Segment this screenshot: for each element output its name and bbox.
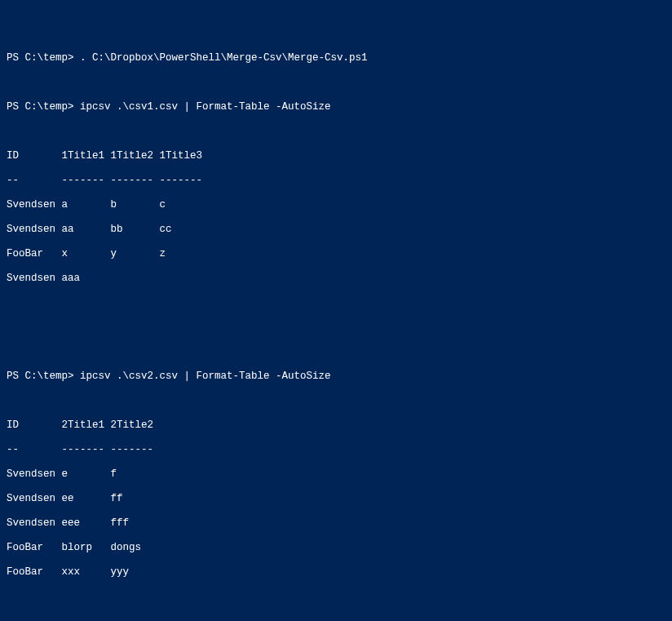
table1-sep: -- ------- ------- ------- bbox=[7, 175, 665, 187]
command-line-3[interactable]: PS C:\temp> ipcsv .\csv2.csv | Format-Ta… bbox=[7, 370, 665, 383]
blank bbox=[7, 77, 665, 89]
table1-header: ID 1Title1 1Title2 1Title3 bbox=[7, 150, 665, 162]
table-row: Svendsen aaa bbox=[7, 273, 665, 285]
prompt: PS C:\temp> bbox=[7, 52, 74, 64]
command-text: . C:\Dropbox\PowerShell\Merge-Csv\Merge-… bbox=[80, 52, 368, 64]
blank bbox=[7, 395, 665, 407]
command-line-2[interactable]: PS C:\temp> ipcsv .\csv1.csv | Format-Ta… bbox=[7, 101, 665, 113]
table-row: Svendsen ee ff bbox=[7, 493, 665, 505]
blank bbox=[7, 615, 665, 621]
command-line-1[interactable]: PS C:\temp> . C:\Dropbox\PowerShell\Merg… bbox=[7, 52, 665, 64]
prompt: PS C:\temp> bbox=[7, 101, 74, 113]
table2-header: ID 2Title1 2Title2 bbox=[7, 419, 665, 432]
table-row: FooBar xxx yyy bbox=[7, 566, 665, 579]
blank bbox=[7, 591, 665, 603]
blank bbox=[7, 297, 665, 309]
table-row: Svendsen e f bbox=[7, 468, 665, 481]
blank bbox=[7, 346, 665, 358]
blank bbox=[7, 126, 665, 138]
table2-sep: -- ------- ------- bbox=[7, 444, 665, 456]
table-row: FooBar blorp dongs bbox=[7, 542, 665, 554]
table-row: Svendsen aa bb cc bbox=[7, 224, 665, 236]
table-row: FooBar x y z bbox=[7, 248, 665, 260]
table-row: Svendsen eee fff bbox=[7, 517, 665, 530]
blank bbox=[7, 322, 665, 334]
prompt: PS C:\temp> bbox=[7, 370, 74, 382]
table-row: Svendsen a b c bbox=[7, 199, 665, 211]
command-text: ipcsv .\csv1.csv | Format-Table -AutoSiz… bbox=[80, 101, 331, 113]
command-text: ipcsv .\csv2.csv | Format-Table -AutoSiz… bbox=[80, 370, 331, 382]
